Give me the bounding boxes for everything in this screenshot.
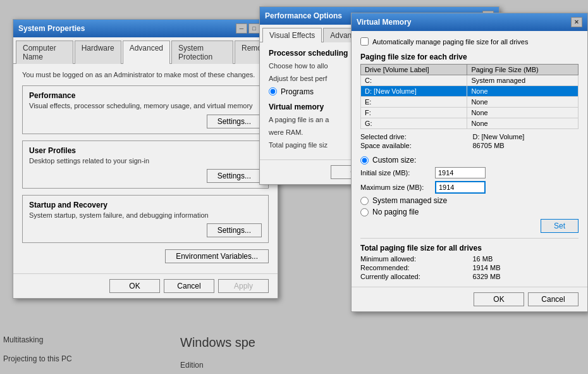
custom-size-radio[interactable] xyxy=(360,156,369,165)
no-paging-label: No paging file xyxy=(372,208,419,216)
vm-close-button[interactable]: ✕ xyxy=(571,17,582,27)
drive-row-c[interactable]: C: System managed xyxy=(361,75,579,86)
startup-recovery-settings-button[interactable]: Settings... xyxy=(207,223,262,237)
drive-row-g[interactable]: G: None xyxy=(361,118,579,129)
system-properties-footer: OK Cancel Apply xyxy=(13,273,278,298)
space-available-label: Space available: xyxy=(360,142,467,149)
bg-win-spec-label: Windows spe xyxy=(180,335,255,350)
bg-multitasking-label: Multitasking xyxy=(3,335,43,344)
system-properties-content: You must be logged on as an Administrato… xyxy=(13,64,278,273)
tab-computer-name[interactable]: Computer Name xyxy=(16,41,73,64)
initial-size-input[interactable] xyxy=(435,167,486,178)
custom-size-radio-row: Custom size: xyxy=(360,156,579,165)
startup-recovery-section: Startup and Recovery System startup, sys… xyxy=(22,195,269,243)
system-properties-title: System Properties xyxy=(18,24,85,33)
currently-allocated-label: Currently allocated: xyxy=(360,273,467,280)
performance-desc: Visual effects, processor scheduling, me… xyxy=(29,101,262,110)
system-props-apply-button[interactable]: Apply xyxy=(218,279,269,293)
drive-table: Drive [Volume Label] Paging File Size (M… xyxy=(360,64,579,129)
tab-hardware[interactable]: Hardware xyxy=(75,41,121,64)
drive-d-size: None xyxy=(467,86,579,97)
size-section: Custom size: Initial size (MB): Maximum … xyxy=(360,156,579,233)
drive-row-d[interactable]: D: [New Volume] None xyxy=(361,86,579,97)
admin-note: You must be logged on as an Administrato… xyxy=(22,70,269,79)
maximum-size-label: Maximum size (MB): xyxy=(360,184,430,191)
initial-size-label: Initial size (MB): xyxy=(360,169,430,177)
drive-row-e[interactable]: E: None xyxy=(361,97,579,108)
user-profiles-title: User Profiles xyxy=(29,146,262,155)
system-properties-tabs: Computer Name Hardware Advanced System P… xyxy=(13,37,278,64)
minimum-allowed-label: Minimum allowed: xyxy=(360,255,467,263)
system-props-ok-button[interactable]: OK xyxy=(109,279,160,293)
perf-options-title: Performance Options xyxy=(265,11,342,20)
drive-d-label: D: [New Volume] xyxy=(361,86,467,97)
drive-e-label: E: xyxy=(361,97,467,108)
maximum-size-row: Maximum size (MB): xyxy=(360,181,579,194)
custom-size-label: Custom size: xyxy=(372,156,416,165)
virtual-memory-dialog: Virtual Memory ✕ Automatically manage pa… xyxy=(351,13,588,312)
vm-cancel-button[interactable]: Cancel xyxy=(528,292,579,306)
recommended-value: 1914 MB xyxy=(473,264,579,271)
startup-recovery-title: Startup and Recovery xyxy=(29,201,262,209)
tab-system-protection[interactable]: System Protection xyxy=(171,41,233,64)
vm-content: Automatically manage paging file size fo… xyxy=(352,31,587,287)
vm-footer: OK Cancel xyxy=(352,287,587,311)
minimum-allowed-value: 16 MB xyxy=(473,255,579,263)
tab-advanced[interactable]: Advanced xyxy=(123,41,170,64)
system-properties-titlebar: System Properties ─ □ ✕ xyxy=(13,20,278,37)
selected-drive-value: D: [New Volume] xyxy=(473,133,579,140)
vm-ok-button[interactable]: OK xyxy=(474,292,524,306)
user-profiles-section: User Profiles Desktop settings related t… xyxy=(22,140,269,189)
bg-edition-label: Edition xyxy=(180,361,204,370)
maximize-button[interactable]: □ xyxy=(248,23,260,34)
system-managed-label: System managed size xyxy=(372,196,447,205)
selected-drive-label: Selected drive: xyxy=(360,133,467,140)
startup-recovery-desc: System startup, system failure, and debu… xyxy=(29,211,262,220)
size-col-header: Paging File Size (MB) xyxy=(467,65,579,75)
bg-projecting-label: Projecting to this PC xyxy=(3,354,72,363)
minimize-button[interactable]: ─ xyxy=(236,23,247,34)
space-available-value: 86705 MB xyxy=(473,142,579,149)
no-paging-radio-row: No paging file xyxy=(360,208,579,216)
performance-section: Performance Visual effects, processor sc… xyxy=(22,85,269,134)
drive-f-size: None xyxy=(467,108,579,118)
no-paging-radio[interactable] xyxy=(360,208,369,216)
auto-manage-checkbox[interactable] xyxy=(360,37,369,46)
drive-g-label: G: xyxy=(361,118,467,129)
set-btn-row: Set xyxy=(360,219,579,233)
tab-visual-effects[interactable]: Visual Effects xyxy=(262,28,322,42)
system-properties-dialog: System Properties ─ □ ✕ Computer Name Ha… xyxy=(13,19,278,299)
drive-g-size: None xyxy=(467,118,579,129)
performance-settings-button[interactable]: Settings... xyxy=(207,115,262,128)
maximum-size-input[interactable] xyxy=(435,181,486,194)
drive-row-f[interactable]: F: None xyxy=(361,108,579,118)
vm-title: Virtual Memory xyxy=(357,18,411,27)
drive-f-label: F: xyxy=(361,108,467,118)
user-profiles-desc: Desktop settings related to your sign-in xyxy=(29,156,262,165)
drive-c-label: C: xyxy=(361,75,467,86)
drive-c-size: System managed xyxy=(467,75,579,86)
auto-manage-row: Automatically manage paging file size fo… xyxy=(360,37,579,46)
performance-title: Performance xyxy=(29,91,262,100)
environment-variables-button[interactable]: Environment Variables... xyxy=(165,249,269,263)
system-managed-radio-row: System managed size xyxy=(360,196,579,205)
total-section: Total paging file size for all drives Mi… xyxy=(360,238,579,280)
currently-allocated-value: 6329 MB xyxy=(473,273,579,280)
total-grid: Minimum allowed: 16 MB Recommended: 1914… xyxy=(360,255,579,280)
vm-titlebar: Virtual Memory ✕ xyxy=(352,13,587,31)
user-profiles-settings-button[interactable]: Settings... xyxy=(207,169,262,183)
set-button[interactable]: Set xyxy=(541,219,579,233)
system-props-cancel-button[interactable]: Cancel xyxy=(164,279,214,293)
programs-radio-label: Programs xyxy=(281,87,314,96)
total-section-title: Total paging file size for all drives xyxy=(360,244,579,252)
recommended-label: Recommended: xyxy=(360,264,467,271)
system-managed-radio[interactable] xyxy=(360,197,369,205)
drive-col-header: Drive [Volume Label] xyxy=(361,65,467,75)
programs-radio[interactable] xyxy=(269,87,277,96)
drive-info-grid: Selected drive: D: [New Volume] Space av… xyxy=(360,133,579,149)
initial-size-row: Initial size (MB): xyxy=(360,167,579,178)
vm-titlebar-buttons: ✕ xyxy=(571,17,582,27)
auto-manage-label: Automatically manage paging file size fo… xyxy=(372,37,528,46)
paging-section-title: Paging file size for each drive xyxy=(360,53,579,61)
drive-e-size: None xyxy=(467,97,579,108)
